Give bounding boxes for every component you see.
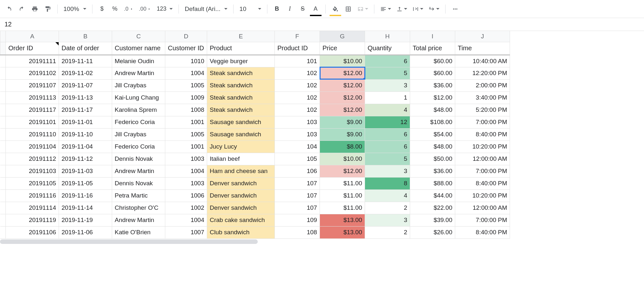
font-size-dropdown[interactable]: 10 bbox=[237, 3, 263, 15]
cell[interactable]: $88.00 bbox=[410, 177, 455, 189]
cell[interactable]: Denver sandwich bbox=[207, 189, 275, 202]
cell[interactable]: 2019-11-16 bbox=[59, 189, 112, 202]
cell[interactable]: 10:40:00 AM bbox=[455, 55, 510, 67]
cell[interactable]: $12.00 bbox=[320, 92, 365, 104]
undo-button[interactable] bbox=[3, 3, 15, 15]
field-header-H[interactable]: Quantity bbox=[365, 42, 410, 55]
cell[interactable]: 3 bbox=[365, 214, 410, 226]
cell[interactable]: 5 bbox=[365, 67, 410, 79]
cell[interactable]: 2019-11-01 bbox=[59, 116, 112, 128]
cell[interactable]: 20191107 bbox=[6, 79, 59, 92]
cell[interactable]: $60.00 bbox=[410, 67, 455, 79]
cell[interactable]: 1001 bbox=[165, 116, 207, 128]
cell[interactable]: 2019-11-19 bbox=[59, 214, 112, 226]
cell[interactable]: 8:40:00 PM bbox=[455, 177, 510, 189]
cell[interactable]: 1010 bbox=[165, 55, 207, 67]
cell[interactable]: Jucy Lucy bbox=[207, 140, 275, 153]
cell[interactable]: 2019-11-03 bbox=[59, 165, 112, 177]
cell[interactable]: 102 bbox=[275, 104, 320, 116]
cell[interactable]: 2019-11-13 bbox=[59, 92, 112, 104]
cell[interactable]: Melanie Oudin bbox=[112, 55, 165, 67]
text-wrap-button[interactable] bbox=[410, 3, 425, 15]
cell[interactable]: $9.00 bbox=[320, 128, 365, 140]
cell[interactable]: 20191106 bbox=[6, 226, 59, 238]
cell[interactable]: 104 bbox=[275, 140, 320, 153]
zoom-dropdown[interactable]: 100% bbox=[62, 3, 88, 15]
cell[interactable]: 1003 bbox=[165, 153, 207, 165]
cell[interactable]: Dennis Novak bbox=[112, 153, 165, 165]
cell[interactable]: 20191105 bbox=[6, 177, 59, 189]
cell[interactable]: 5 bbox=[365, 153, 410, 165]
cell[interactable]: 8 bbox=[365, 177, 410, 189]
cell[interactable]: 1007 bbox=[165, 226, 207, 238]
formula-bar[interactable]: 12 bbox=[0, 18, 644, 31]
cell[interactable]: 2019-11-05 bbox=[59, 177, 112, 189]
cell[interactable]: 103 bbox=[275, 116, 320, 128]
borders-button[interactable] bbox=[342, 3, 354, 15]
row-header[interactable] bbox=[0, 189, 6, 202]
cell[interactable]: Kai-Lung Chang bbox=[112, 92, 165, 104]
italic-button[interactable]: I bbox=[284, 3, 296, 15]
cell[interactable]: 3 bbox=[365, 165, 410, 177]
cell[interactable]: 10:20:00 PM bbox=[455, 189, 510, 202]
cell[interactable]: Karolina Sprem bbox=[112, 104, 165, 116]
cell[interactable]: $54.00 bbox=[410, 128, 455, 140]
cell[interactable]: Crab cake sandwich bbox=[207, 214, 275, 226]
row-header[interactable] bbox=[0, 104, 6, 116]
more-tools-button[interactable] bbox=[449, 3, 461, 15]
cell[interactable]: Petra Martic bbox=[112, 189, 165, 202]
cell[interactable]: 2 bbox=[365, 202, 410, 214]
cell[interactable]: Ham and cheese san bbox=[207, 165, 275, 177]
column-header-E[interactable]: E bbox=[207, 31, 275, 42]
cell[interactable]: 6 bbox=[365, 140, 410, 153]
cell[interactable]: 2019-11-07 bbox=[59, 79, 112, 92]
cell[interactable]: 6 bbox=[365, 55, 410, 67]
cell[interactable]: 20191119 bbox=[6, 214, 59, 226]
cell[interactable]: 1004 bbox=[165, 214, 207, 226]
merge-cells-button[interactable] bbox=[355, 3, 370, 15]
cell[interactable]: $26.00 bbox=[410, 226, 455, 238]
cell[interactable]: 7:00:00 PM bbox=[455, 165, 510, 177]
cell[interactable]: 20191117 bbox=[6, 104, 59, 116]
cell[interactable]: 101 bbox=[275, 55, 320, 67]
cell[interactable]: 6 bbox=[365, 128, 410, 140]
cell[interactable]: 2 bbox=[365, 226, 410, 238]
cell[interactable]: $108.00 bbox=[410, 116, 455, 128]
cell[interactable]: $48.00 bbox=[410, 140, 455, 153]
field-header-B[interactable]: Date of order bbox=[59, 42, 112, 55]
cell[interactable]: 1004 bbox=[165, 67, 207, 79]
cell[interactable]: Denver sandwich bbox=[207, 177, 275, 189]
column-header-J[interactable]: J bbox=[455, 31, 510, 42]
cell[interactable]: 1002 bbox=[165, 202, 207, 214]
cell[interactable]: 12 bbox=[365, 116, 410, 128]
row-header[interactable] bbox=[0, 202, 6, 214]
cell[interactable]: Andrew Martin bbox=[112, 67, 165, 79]
cell[interactable]: $50.00 bbox=[410, 153, 455, 165]
cell[interactable]: Andrew Martin bbox=[112, 214, 165, 226]
field-header-I[interactable]: Total price bbox=[410, 42, 455, 55]
row-header[interactable] bbox=[0, 67, 6, 79]
horizontal-align-button[interactable] bbox=[378, 3, 393, 15]
cell[interactable]: 20191110 bbox=[6, 128, 59, 140]
cell[interactable]: 1 bbox=[365, 92, 410, 104]
cell[interactable]: Steak sandwich bbox=[207, 92, 275, 104]
cell[interactable]: Jill Craybas bbox=[112, 128, 165, 140]
scrollbar-thumb[interactable] bbox=[0, 239, 258, 244]
cell[interactable]: Club sandwich bbox=[207, 226, 275, 238]
cell[interactable]: Sausage sandwich bbox=[207, 116, 275, 128]
cell[interactable]: Federico Coria bbox=[112, 116, 165, 128]
cell[interactable]: Denver sandwich bbox=[207, 202, 275, 214]
cell[interactable]: 102 bbox=[275, 79, 320, 92]
cell[interactable]: $11.00 bbox=[320, 177, 365, 189]
column-header-F[interactable]: F bbox=[275, 31, 320, 42]
cell[interactable]: 102 bbox=[275, 92, 320, 104]
fill-color-button[interactable] bbox=[330, 3, 341, 15]
cell[interactable]: 2019-11-04 bbox=[59, 140, 112, 153]
cell[interactable]: 1008 bbox=[165, 104, 207, 116]
cell[interactable]: 1003 bbox=[165, 177, 207, 189]
cell[interactable]: $12.00 bbox=[320, 79, 365, 92]
font-family-dropdown[interactable]: Default (Ari... bbox=[183, 3, 229, 15]
cell[interactable]: 20191111 bbox=[6, 55, 59, 67]
cell[interactable]: 12:00:00 AM bbox=[455, 153, 510, 165]
cell[interactable]: 1006 bbox=[165, 189, 207, 202]
